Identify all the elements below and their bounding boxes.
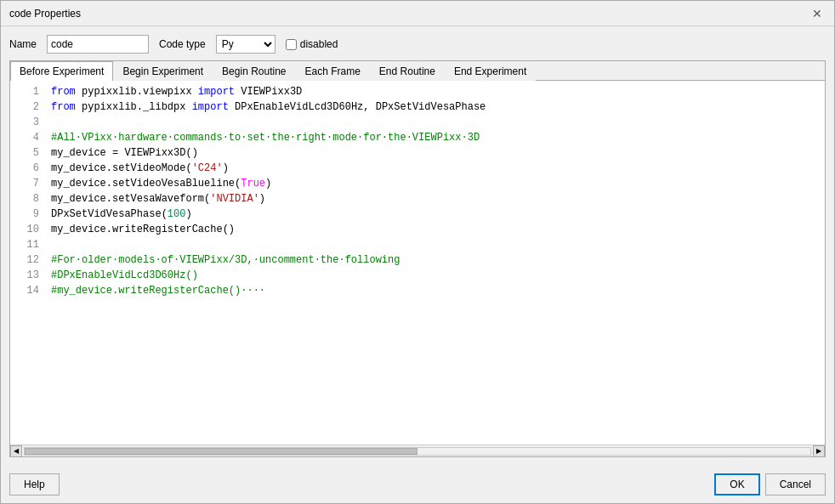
name-input[interactable] — [47, 35, 149, 54]
code-content[interactable]: from pypixxlib.viewpixx import VIEWPixx3… — [44, 81, 825, 445]
line-numbers: 1234567891011121314 — [10, 81, 44, 445]
scroll-thumb[interactable] — [25, 448, 418, 455]
tab-each-frame[interactable]: Each Frame — [296, 61, 370, 81]
dialog-title: code Properties — [9, 8, 81, 20]
scroll-track[interactable] — [24, 447, 811, 456]
scroll-left-button[interactable]: ◀ — [10, 445, 22, 457]
tab-end-routine[interactable]: End Routine — [370, 61, 445, 81]
code-area[interactable]: 1234567891011121314 from pypixxlib.viewp… — [10, 81, 825, 445]
tab-begin-routine[interactable]: Begin Routine — [213, 61, 295, 81]
code-type-select[interactable]: Py JS Both — [216, 35, 275, 54]
disabled-checkbox[interactable] — [286, 39, 297, 50]
cancel-button[interactable]: Cancel — [765, 473, 826, 496]
horizontal-scrollbar[interactable]: ◀ ▶ — [10, 445, 825, 456]
close-icon: ✕ — [812, 7, 822, 20]
ok-button[interactable]: OK — [714, 473, 759, 496]
footer-right: OK Cancel — [714, 473, 826, 496]
tab-end-experiment[interactable]: End Experiment — [445, 61, 536, 81]
code-type-label: Code type — [159, 38, 206, 50]
scroll-right-button[interactable]: ▶ — [813, 445, 825, 457]
tabs-header: Before Experiment Begin Experiment Begin… — [10, 61, 825, 81]
dialog-content: Name Code type Py JS Both disabled Befor… — [1, 26, 834, 466]
title-bar: code Properties ✕ — [1, 1, 834, 26]
tab-before-experiment[interactable]: Before Experiment — [10, 61, 113, 81]
name-label: Name — [9, 38, 37, 50]
disabled-row: disabled — [286, 38, 338, 50]
close-button[interactable]: ✕ — [809, 5, 826, 22]
tabs-container: Before Experiment Begin Experiment Begin… — [9, 60, 826, 457]
dialog-window: code Properties ✕ Name Code type Py JS B… — [0, 0, 835, 504]
name-row: Name Code type Py JS Both disabled — [9, 35, 826, 54]
footer: Help OK Cancel — [1, 466, 834, 503]
disabled-label: disabled — [300, 38, 338, 50]
tab-begin-experiment[interactable]: Begin Experiment — [113, 61, 213, 81]
help-button[interactable]: Help — [9, 473, 60, 496]
